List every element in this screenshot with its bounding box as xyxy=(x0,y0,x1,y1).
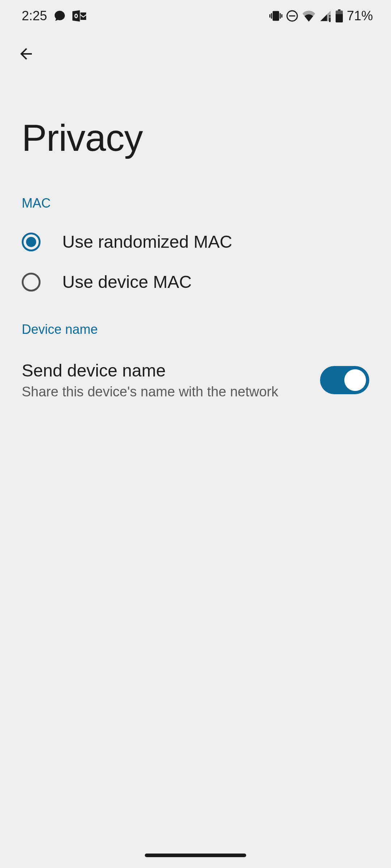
battery-percentage: 71% xyxy=(347,8,373,24)
radio-label: Use randomized MAC xyxy=(62,232,232,252)
status-bar: 2:25 71% xyxy=(0,0,391,32)
arrow-back-icon xyxy=(17,45,35,64)
toggle-switch[interactable] xyxy=(320,366,369,394)
section-header-device-name: Device name xyxy=(0,315,391,348)
back-button[interactable] xyxy=(14,43,38,66)
radio-button-unchecked-icon xyxy=(22,273,41,292)
status-bar-right: 71% xyxy=(269,8,373,24)
radio-option-device-mac[interactable]: Use device MAC xyxy=(0,262,391,302)
radio-label: Use device MAC xyxy=(62,272,192,292)
page-title: Privacy xyxy=(0,66,391,188)
do-not-disturb-icon xyxy=(286,10,298,22)
switch-subtitle: Share this device's name with the networ… xyxy=(22,384,278,400)
switch-option-send-device-name[interactable]: Send device name Share this device's nam… xyxy=(0,348,391,412)
app-bar xyxy=(0,32,391,66)
section-header-mac: MAC xyxy=(0,188,391,222)
gesture-handle[interactable] xyxy=(145,854,246,857)
signal-icon xyxy=(319,10,332,22)
svg-point-3 xyxy=(329,15,331,17)
status-bar-left: 2:25 xyxy=(22,8,86,24)
navigation-bar xyxy=(0,846,391,868)
chat-notification-icon xyxy=(54,10,66,22)
outlook-notification-icon xyxy=(72,10,86,22)
switch-text-container: Send device name Share this device's nam… xyxy=(22,361,278,400)
status-time: 2:25 xyxy=(22,8,47,24)
radio-option-randomized-mac[interactable]: Use randomized MAC xyxy=(0,222,391,262)
vibrate-icon xyxy=(269,9,282,22)
svg-rect-4 xyxy=(336,14,343,22)
svg-rect-2 xyxy=(329,17,331,22)
svg-rect-5 xyxy=(336,10,343,14)
radio-button-checked-icon xyxy=(22,233,41,251)
wifi-icon xyxy=(302,10,316,22)
toggle-thumb xyxy=(344,369,366,391)
switch-title: Send device name xyxy=(22,361,278,380)
battery-icon xyxy=(335,9,343,22)
